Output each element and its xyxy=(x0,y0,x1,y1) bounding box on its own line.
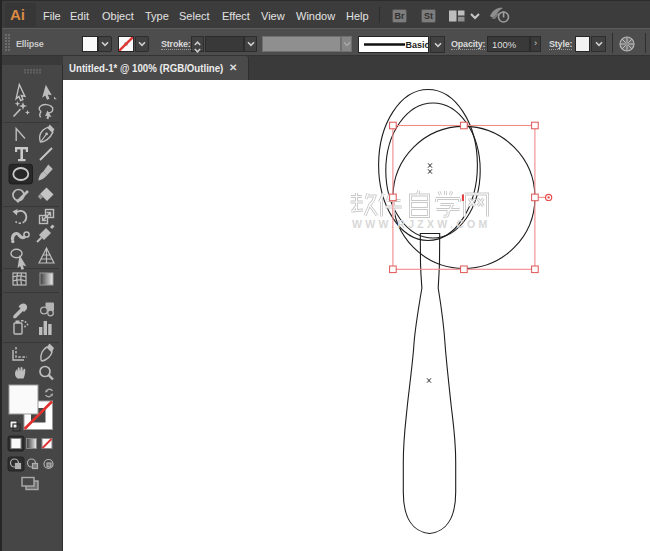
svg-text:Basic: Basic xyxy=(406,40,429,50)
svg-text:WWW.RJZXW.COM: WWW.RJZXW.COM xyxy=(352,218,491,230)
